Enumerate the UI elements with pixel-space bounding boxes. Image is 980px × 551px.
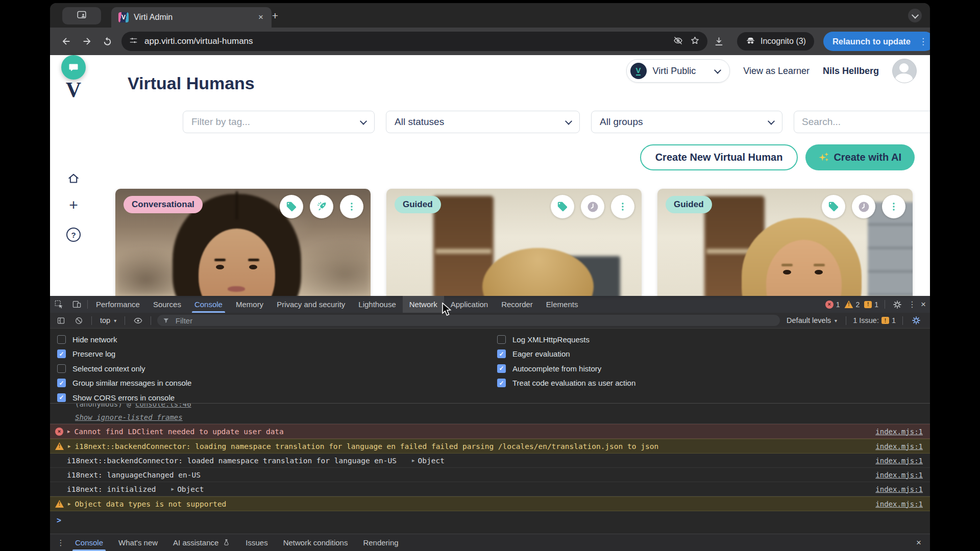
devtools-settings-button[interactable] — [891, 300, 903, 309]
status-filter-select[interactable]: All statuses — [386, 111, 580, 133]
tag-button[interactable] — [822, 195, 845, 218]
console-message-error[interactable]: ×▸Cannot find LDClient needed to update … — [50, 424, 930, 439]
expand-caret-icon[interactable]: ▸ — [68, 443, 71, 449]
devtools-tab-recorder[interactable]: Recorder — [495, 296, 540, 313]
create-with-ai-button[interactable]: Create with AI — [805, 144, 915, 170]
relaunch-button[interactable]: Relaunch to update ⋮ — [823, 32, 930, 51]
incognito-indicator[interactable]: Incognito (3) — [737, 32, 814, 51]
drawer-tab-what-s-new[interactable]: What's new — [111, 534, 165, 551]
devtools-tab-performance[interactable]: Performance — [89, 296, 146, 313]
virtual-human-card-3[interactable]: Guided — [657, 189, 913, 296]
setting-treat-code-evaluation-as-user-action[interactable]: ✓Treat code evaluation as user action — [497, 376, 635, 391]
checkbox-checked-icon[interactable]: ✓ — [497, 349, 506, 358]
devtools-menu-kebab-icon[interactable]: ⋮ — [908, 299, 916, 309]
object-preview[interactable]: ▸Object — [172, 485, 204, 493]
view-as-learner-link[interactable]: View as Learner — [743, 66, 810, 77]
live-expression-button[interactable] — [131, 314, 144, 327]
devtools-tab-lighthouse[interactable]: Lighthouse — [352, 296, 402, 313]
kebab-button[interactable] — [882, 195, 905, 218]
console-prompt-row[interactable]: > — [50, 511, 930, 525]
drawer-tab-rendering[interactable]: Rendering — [355, 534, 406, 551]
expand-caret-icon[interactable]: ▸ — [67, 428, 70, 435]
drawer-tab-console[interactable]: Console — [67, 534, 111, 551]
create-nav-button[interactable]: + — [66, 197, 81, 213]
home-nav-button[interactable] — [66, 171, 81, 186]
download-button[interactable] — [709, 32, 728, 51]
console-filter-box[interactable] — [157, 315, 780, 326]
setting-autocomplete-from-history[interactable]: ✓Autocomplete from history — [497, 361, 635, 376]
source-link[interactable]: index.mjs:1 — [865, 457, 923, 465]
chrome-menu-kebab-icon[interactable]: ⋮ — [916, 36, 930, 47]
console-settings-button[interactable] — [910, 314, 923, 327]
console-message-log[interactable]: i18next: languageChanged en-USindex.mjs:… — [50, 468, 930, 482]
virtual-human-card-1[interactable]: Conversational — [115, 189, 371, 296]
address-bar[interactable]: app.virti.com/virtual-humans — [121, 32, 707, 51]
clock-button[interactable] — [852, 195, 875, 218]
reload-button[interactable] — [98, 32, 116, 51]
setting-selected-context-only[interactable]: Selected context only — [57, 361, 191, 376]
kebab-button[interactable] — [340, 195, 363, 218]
console-message-log[interactable]: i18next: initialized▸Objectindex.mjs:1 — [50, 482, 930, 496]
device-toolbar-button[interactable] — [68, 296, 86, 313]
devtools-tab-privacy-and-security[interactable]: Privacy and security — [270, 296, 352, 313]
console-message-warn[interactable]: ▸i18next::backendConnector: loading name… — [50, 439, 930, 454]
console-sidebar-toggle[interactable] — [54, 314, 67, 327]
source-link[interactable]: index.mjs:1 — [865, 471, 923, 479]
drawer-close-button[interactable]: × — [912, 538, 926, 548]
checkbox-checked-icon[interactable]: ✓ — [57, 379, 66, 387]
incognito-profile-button[interactable] — [62, 7, 101, 24]
devtools-tab-sources[interactable]: Sources — [146, 296, 188, 313]
devtools-tab-elements[interactable]: Elements — [540, 296, 585, 313]
virtual-human-card-2[interactable]: Guided — [386, 189, 642, 296]
console-message-log[interactable]: i18next::backendConnector: loaded namesp… — [50, 454, 930, 468]
checkbox-checked-icon[interactable]: ✓ — [57, 349, 66, 358]
console-message-warn[interactable]: ▸Object data types is not supportedindex… — [50, 496, 930, 511]
devtools-tab-application[interactable]: Application — [444, 296, 495, 313]
source-link[interactable]: index.mjs:1 — [865, 500, 923, 508]
devtools-close-button[interactable]: × — [921, 299, 926, 310]
error-count[interactable]: ×1 — [825, 300, 840, 309]
rocket-button[interactable] — [310, 195, 333, 218]
tag-button[interactable] — [551, 195, 574, 218]
bookmark-star-icon[interactable] — [690, 35, 700, 48]
expand-caret-icon[interactable]: ▸ — [172, 486, 175, 492]
support-chat-button[interactable] — [61, 55, 86, 80]
checkbox-unchecked-icon[interactable] — [497, 335, 506, 344]
show-ignore-listed-frames-link[interactable]: Show ignore-listed frames — [75, 413, 183, 421]
devtools-tab-memory[interactable]: Memory — [229, 296, 270, 313]
checkbox-unchecked-icon[interactable] — [57, 335, 66, 344]
tag-button[interactable] — [280, 195, 303, 218]
tag-filter-select[interactable]: Filter by tag... — [183, 111, 375, 133]
organization-selector[interactable]: V Virti Public — [626, 59, 730, 83]
checkbox-checked-icon[interactable]: ✓ — [497, 364, 506, 373]
issues-link[interactable]: 1 Issue:!1 — [853, 316, 896, 324]
tab-search-button[interactable] — [908, 9, 922, 22]
kebab-button[interactable] — [611, 195, 634, 218]
checkbox-unchecked-icon[interactable] — [57, 364, 66, 373]
inspect-element-button[interactable] — [50, 296, 68, 313]
setting-hide-network[interactable]: Hide network — [57, 332, 191, 347]
drawer-tab-network-conditions[interactable]: Network conditions — [276, 534, 356, 551]
back-button[interactable] — [57, 32, 76, 51]
setting-eager-evaluation[interactable]: ✓Eager evaluation — [497, 347, 635, 362]
url-text[interactable]: app.virti.com/virtual-humans — [144, 36, 667, 46]
new-tab-button[interactable]: + — [268, 9, 282, 22]
expand-caret-icon[interactable]: ▸ — [412, 457, 415, 464]
eye-off-icon[interactable] — [673, 35, 683, 48]
checkbox-checked-icon[interactable]: ✓ — [497, 379, 506, 387]
source-link[interactable]: index.mjs:1 — [865, 442, 923, 450]
warning-count[interactable]: 2 — [844, 300, 860, 309]
setting-show-cors-errors-in-console[interactable]: ✓Show CORS errors in console — [57, 390, 191, 405]
browser-tab[interactable]: V Virti Admin × — [111, 7, 272, 28]
expand-caret-icon[interactable]: ▸ — [68, 500, 71, 507]
drawer-menu-kebab-icon[interactable]: ⋮ — [54, 538, 67, 547]
devtools-tab-network[interactable]: Network — [403, 296, 444, 313]
clock-button[interactable] — [581, 195, 604, 218]
virti-logo[interactable]: V — [66, 78, 81, 102]
tab-close-icon[interactable]: × — [255, 12, 266, 23]
setting-log-xmlhttprequests[interactable]: Log XMLHttpRequests — [497, 332, 635, 347]
devtools-tab-console[interactable]: Console — [188, 296, 229, 313]
setting-group-similar-messages-in-console[interactable]: ✓Group similar messages in console — [57, 376, 191, 391]
console-filter-input[interactable] — [175, 316, 775, 325]
clear-console-button[interactable] — [72, 314, 85, 327]
